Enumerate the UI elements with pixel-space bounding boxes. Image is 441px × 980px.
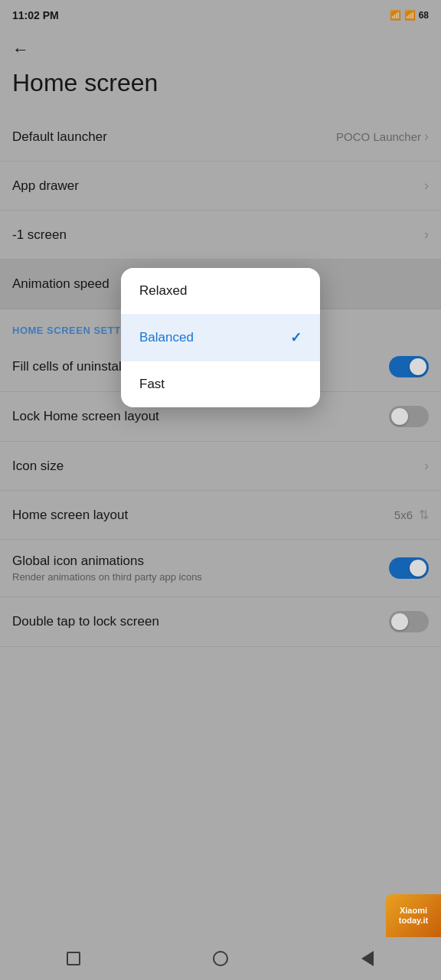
dialog-overlay[interactable]	[0, 0, 441, 980]
dialog-option-relaxed[interactable]: Relaxed	[121, 268, 320, 314]
check-icon: ✓	[290, 329, 302, 346]
dialog-option-label-fast: Fast	[139, 377, 165, 392]
watermark-text: Xiaomitoday.it	[399, 906, 428, 926]
watermark: Xiaomitoday.it	[386, 894, 441, 937]
dialog-option-label-relaxed: Relaxed	[139, 283, 187, 299]
dialog-option-balanced[interactable]: Balanced ✓	[121, 314, 320, 361]
dialog-option-fast[interactable]: Fast	[121, 361, 320, 407]
animation-speed-dialog: Relaxed Balanced ✓ Fast	[121, 268, 320, 407]
dialog-option-label-balanced: Balanced	[139, 330, 194, 345]
